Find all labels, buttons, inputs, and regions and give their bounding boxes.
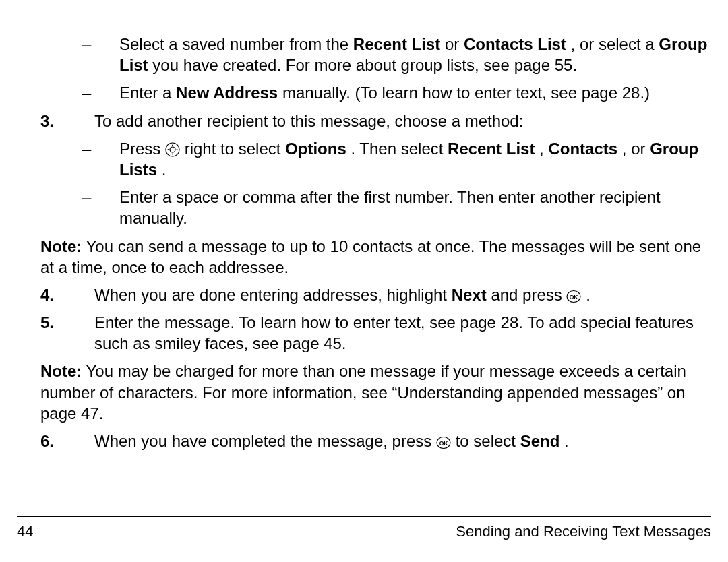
svg-point-4 — [168, 149, 169, 150]
note-label: Note: — [40, 237, 82, 255]
text: or — [445, 35, 464, 53]
step-text: Enter the message. To learn how to enter… — [94, 312, 711, 354]
manual-page: – Select a saved number from the Recent … — [0, 0, 728, 562]
svg-text:OK: OK — [570, 293, 579, 300]
bold-text: New Address — [176, 84, 278, 102]
text: . Then select — [351, 139, 448, 158]
bold-text: Contacts — [548, 139, 617, 158]
note-block: Note: You may be charged for more than o… — [40, 361, 711, 424]
text: right to select — [185, 139, 285, 158]
sub-bullet: – Enter a space or comma after the first… — [17, 187, 711, 228]
note-label: Note: — [40, 362, 82, 380]
bold-text: Next — [452, 286, 487, 304]
bold-text: Options — [285, 139, 346, 158]
svg-text:OK: OK — [439, 439, 449, 446]
step-item: 6. When you have completed the message, … — [17, 431, 711, 451]
bullet-text: Select a saved number from the Recent Li… — [119, 34, 711, 75]
bullet-text: Enter a New Address manually. (To learn … — [119, 82, 711, 103]
bullet-text: Enter a space or comma after the first n… — [119, 187, 711, 228]
text: When you have completed the message, pre… — [94, 432, 436, 450]
text: Press — [119, 139, 165, 158]
note-block: Note: You can send a message to up to 10… — [40, 236, 711, 278]
step-number: 4. — [17, 284, 94, 305]
text: . — [586, 286, 590, 304]
text: , — [539, 139, 548, 158]
ok-key-icon: OK — [436, 434, 451, 449]
sub-bullet: – Enter a New Address manually. (To lear… — [17, 82, 711, 103]
text: manually. (To learn how to enter text, s… — [282, 84, 650, 102]
ok-key-icon: OK — [566, 288, 581, 303]
step-item: 5. Enter the message. To learn how to en… — [17, 312, 711, 354]
text: , or — [622, 139, 650, 158]
step-number: 3. — [17, 111, 94, 131]
text: Select a saved number from the — [119, 35, 348, 53]
step-item: 3. To add another recipient to this mess… — [17, 111, 711, 131]
page-content: – Select a saved number from the Recent … — [17, 34, 711, 451]
text: , or select a — [571, 35, 659, 53]
bullet-dash: – — [17, 34, 119, 75]
step-text: When you are done entering addresses, hi… — [94, 284, 711, 305]
svg-point-5 — [177, 149, 178, 150]
svg-point-3 — [172, 154, 173, 155]
bullet-dash: – — [17, 187, 119, 228]
text: and press — [491, 286, 566, 304]
bullet-dash: – — [17, 82, 119, 103]
step-number: 6. — [17, 431, 94, 451]
svg-point-1 — [170, 147, 175, 152]
bold-text: Recent List — [353, 35, 440, 53]
step-text: To add another recipient to this message… — [94, 111, 711, 131]
note-text: You may be charged for more than one mes… — [40, 362, 686, 422]
text: . — [162, 160, 166, 179]
page-footer: 44 Sending and Receiving Text Messages — [17, 516, 711, 542]
text: Enter a — [119, 84, 176, 102]
bold-text: Contacts List — [464, 35, 566, 53]
section-title: Sending and Receiving Text Messages — [456, 522, 711, 542]
step-number: 5. — [17, 312, 94, 354]
bullet-text: Press right to select Options . Then sel… — [119, 138, 711, 180]
svg-point-2 — [172, 145, 173, 146]
sub-bullet: – Press right to select Options . Then s — [17, 138, 711, 180]
sub-bullet: – Select a saved number from the Recent … — [17, 34, 711, 75]
text: you have created. For more about group l… — [152, 56, 577, 74]
nav-ring-icon — [165, 141, 180, 156]
text: . — [564, 432, 569, 450]
step-item: 4. When you are done entering addresses,… — [17, 284, 711, 305]
text: to select — [456, 432, 520, 450]
note-text: You can send a message to up to 10 conta… — [40, 237, 701, 276]
bold-text: Recent List — [448, 139, 535, 158]
text: When you are done entering addresses, hi… — [94, 286, 452, 304]
bullet-dash: – — [17, 138, 119, 180]
page-number: 44 — [17, 522, 33, 542]
step-text: When you have completed the message, pre… — [94, 431, 711, 451]
bold-text: Send — [520, 432, 560, 450]
